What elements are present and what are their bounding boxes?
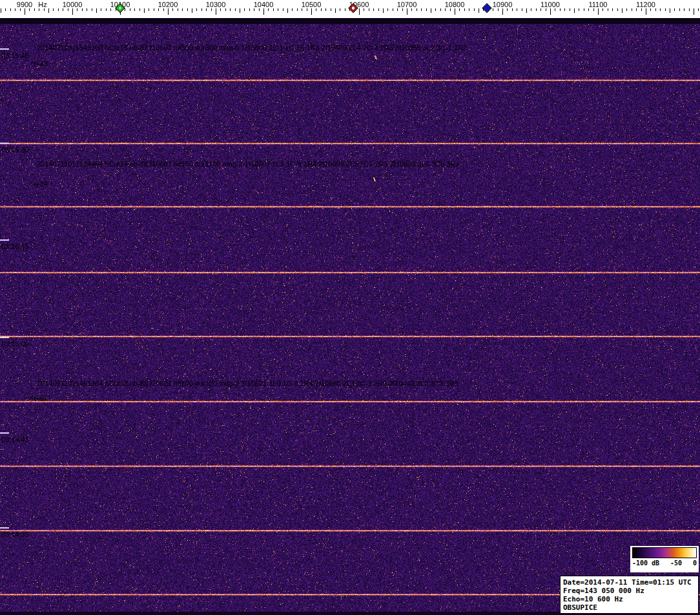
legend-min-label: -100 dB <box>632 560 659 567</box>
db-scale-legend: -100 dB -50 0 <box>630 546 699 572</box>
freq-tick-label-10300: 10300 <box>206 1 226 8</box>
frequency-ruler: 9900100001010010200103001040010500106001… <box>0 0 700 18</box>
timestamp-label: 03:14:30 <box>1 530 29 538</box>
freq-tick-label-10000: 10000 <box>63 1 83 8</box>
detection-annotation-3: 20140711011451364 hCnt13 nb-88 f10621 hi… <box>37 379 458 387</box>
timestamp-label: 03:15:30 <box>1 146 29 154</box>
freq-tick-label-10800: 10800 <box>445 1 465 8</box>
timestamp-label: 03:15:00 <box>1 340 29 348</box>
freq-tick-label-11000: 11000 <box>540 1 560 8</box>
detection-annotation-2: 20140711011524464 hCnt14 nb-88 f10607 hi… <box>37 160 459 168</box>
detection-time-offset-1: ^t+43 <box>30 60 48 68</box>
detection-annotation-1: 20140711011543260 hCnt15 nb-87 f10607 hi… <box>37 44 467 52</box>
info-date-line: Date=2014-07-11 Time=01:15 UTC <box>563 578 695 587</box>
time-tick-dash <box>0 239 9 241</box>
time-tick-dash <box>0 527 9 529</box>
freq-tick-label-9900: 9900 <box>17 1 32 8</box>
timestamp-label: 03:15:15 <box>1 243 29 250</box>
legend-mid-label: -50 <box>670 560 682 567</box>
spectrogram-canvas[interactable] <box>0 18 700 615</box>
detection-time-offset-2: ^t+24 <box>30 180 48 188</box>
freq-tick-label-11200: 11200 <box>636 1 655 8</box>
freq-tick-label-10900: 10900 <box>493 1 513 8</box>
freq-tick-label-10500: 10500 <box>302 1 322 8</box>
freq-unit-label: Hz <box>38 1 46 8</box>
time-tick-dash <box>0 143 9 144</box>
colormap-gradient-bar <box>632 547 697 558</box>
info-freq-line: Freq=143 050 000 Hz <box>563 587 695 595</box>
legend-max-label: 0 <box>693 560 697 567</box>
freq-tick-label-10700: 10700 <box>397 1 417 8</box>
spectrogram-waterfall[interactable] <box>0 18 700 615</box>
observation-info-box: Date=2014-07-11 Time=01:15 UTC Freq=143 … <box>560 576 699 614</box>
freq-tick-label-10400: 10400 <box>254 1 274 8</box>
time-tick-dash <box>0 432 9 434</box>
freq-tick-label-10200: 10200 <box>158 1 178 8</box>
time-tick-dash <box>0 337 9 338</box>
freq-tick-label-11100: 11100 <box>589 1 608 8</box>
detection-time-offset-3: ^t+51 <box>30 394 48 402</box>
info-station-line: OBSUPICE <box>563 603 695 612</box>
colormap-labels: -100 dB -50 0 <box>632 560 697 567</box>
info-echo-line: Echo=10 600 Hz <box>563 595 695 603</box>
meteor-echo-spectrogram-window: 9900100001010010200103001040010500106001… <box>0 0 700 615</box>
timestamp-label: 03:14:45 <box>1 436 29 443</box>
timestamp-label: 03:15:45 <box>1 52 29 59</box>
time-tick-dash <box>0 48 9 50</box>
